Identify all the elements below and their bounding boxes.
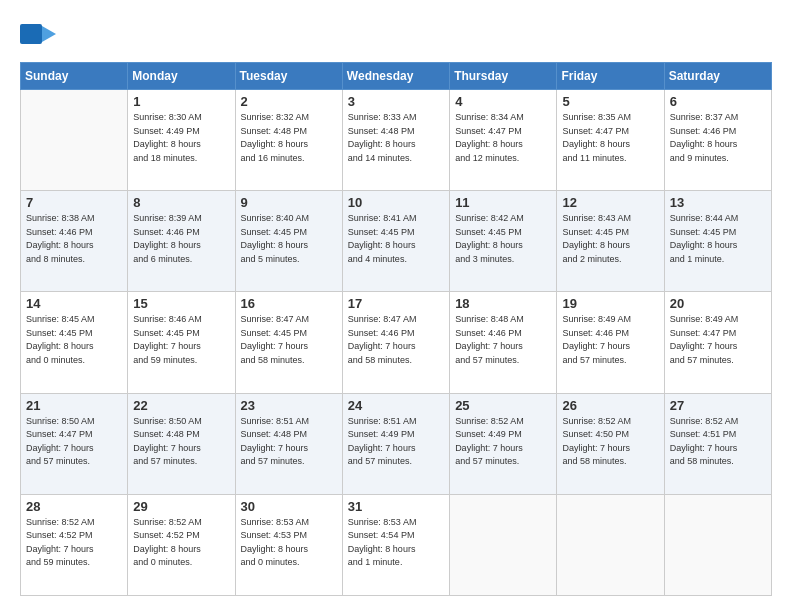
day-number: 7 bbox=[26, 195, 122, 210]
day-detail: Sunrise: 8:51 AMSunset: 4:48 PMDaylight:… bbox=[241, 415, 337, 469]
calendar-day-cell bbox=[664, 494, 771, 595]
day-detail: Sunrise: 8:33 AMSunset: 4:48 PMDaylight:… bbox=[348, 111, 444, 165]
calendar-day-cell: 15Sunrise: 8:46 AMSunset: 4:45 PMDayligh… bbox=[128, 292, 235, 393]
daylight-hours: Daylight: 7 hours bbox=[455, 443, 523, 453]
day-detail: Sunrise: 8:53 AMSunset: 4:53 PMDaylight:… bbox=[241, 516, 337, 570]
day-detail: Sunrise: 8:49 AMSunset: 4:47 PMDaylight:… bbox=[670, 313, 766, 367]
calendar-day-cell: 5Sunrise: 8:35 AMSunset: 4:47 PMDaylight… bbox=[557, 90, 664, 191]
sunrise-time: Sunrise: 8:44 AM bbox=[670, 213, 739, 223]
day-detail-continuation: and 14 minutes. bbox=[348, 153, 412, 163]
calendar-day-cell: 21Sunrise: 8:50 AMSunset: 4:47 PMDayligh… bbox=[21, 393, 128, 494]
day-detail: Sunrise: 8:34 AMSunset: 4:47 PMDaylight:… bbox=[455, 111, 551, 165]
daylight-hours: Daylight: 7 hours bbox=[133, 443, 201, 453]
sunrise-time: Sunrise: 8:41 AM bbox=[348, 213, 417, 223]
calendar-week-row: 28Sunrise: 8:52 AMSunset: 4:52 PMDayligh… bbox=[21, 494, 772, 595]
sunrise-time: Sunrise: 8:40 AM bbox=[241, 213, 310, 223]
calendar-day-cell: 9Sunrise: 8:40 AMSunset: 4:45 PMDaylight… bbox=[235, 191, 342, 292]
daylight-hours: Daylight: 8 hours bbox=[562, 240, 630, 250]
day-number: 30 bbox=[241, 499, 337, 514]
sunrise-time: Sunrise: 8:42 AM bbox=[455, 213, 524, 223]
sunrise-time: Sunrise: 8:50 AM bbox=[133, 416, 202, 426]
daylight-hours: Daylight: 8 hours bbox=[348, 139, 416, 149]
daylight-hours: Daylight: 7 hours bbox=[670, 443, 738, 453]
sunset-time: Sunset: 4:47 PM bbox=[670, 328, 737, 338]
day-detail: Sunrise: 8:30 AMSunset: 4:49 PMDaylight:… bbox=[133, 111, 229, 165]
day-number: 9 bbox=[241, 195, 337, 210]
day-number: 27 bbox=[670, 398, 766, 413]
day-detail-continuation: and 57 minutes. bbox=[241, 456, 305, 466]
weekday-header-cell: Saturday bbox=[664, 63, 771, 90]
day-number: 10 bbox=[348, 195, 444, 210]
day-detail-continuation: and 58 minutes. bbox=[562, 456, 626, 466]
sunrise-time: Sunrise: 8:53 AM bbox=[241, 517, 310, 527]
calendar-day-cell: 19Sunrise: 8:49 AMSunset: 4:46 PMDayligh… bbox=[557, 292, 664, 393]
day-detail: Sunrise: 8:52 AMSunset: 4:50 PMDaylight:… bbox=[562, 415, 658, 469]
day-detail-continuation: and 0 minutes. bbox=[26, 355, 85, 365]
calendar-week-row: 21Sunrise: 8:50 AMSunset: 4:47 PMDayligh… bbox=[21, 393, 772, 494]
day-detail-continuation: and 58 minutes. bbox=[241, 355, 305, 365]
day-number: 6 bbox=[670, 94, 766, 109]
day-number: 23 bbox=[241, 398, 337, 413]
calendar-day-cell: 1Sunrise: 8:30 AMSunset: 4:49 PMDaylight… bbox=[128, 90, 235, 191]
day-detail: Sunrise: 8:49 AMSunset: 4:46 PMDaylight:… bbox=[562, 313, 658, 367]
day-detail: Sunrise: 8:43 AMSunset: 4:45 PMDaylight:… bbox=[562, 212, 658, 266]
svg-rect-0 bbox=[20, 24, 42, 44]
weekday-header-cell: Thursday bbox=[450, 63, 557, 90]
sunrise-time: Sunrise: 8:30 AM bbox=[133, 112, 202, 122]
day-detail: Sunrise: 8:42 AMSunset: 4:45 PMDaylight:… bbox=[455, 212, 551, 266]
day-detail: Sunrise: 8:52 AMSunset: 4:52 PMDaylight:… bbox=[133, 516, 229, 570]
day-number: 22 bbox=[133, 398, 229, 413]
calendar-day-cell: 27Sunrise: 8:52 AMSunset: 4:51 PMDayligh… bbox=[664, 393, 771, 494]
sunset-time: Sunset: 4:48 PM bbox=[241, 126, 308, 136]
sunset-time: Sunset: 4:47 PM bbox=[562, 126, 629, 136]
sunset-time: Sunset: 4:49 PM bbox=[348, 429, 415, 439]
daylight-hours: Daylight: 7 hours bbox=[241, 443, 309, 453]
weekday-header-cell: Monday bbox=[128, 63, 235, 90]
sunset-time: Sunset: 4:46 PM bbox=[348, 328, 415, 338]
day-detail-continuation: and 57 minutes. bbox=[455, 355, 519, 365]
day-number: 31 bbox=[348, 499, 444, 514]
calendar-day-cell: 10Sunrise: 8:41 AMSunset: 4:45 PMDayligh… bbox=[342, 191, 449, 292]
daylight-hours: Daylight: 7 hours bbox=[562, 443, 630, 453]
sunset-time: Sunset: 4:46 PM bbox=[133, 227, 200, 237]
sunrise-time: Sunrise: 8:45 AM bbox=[26, 314, 95, 324]
day-detail-continuation: and 6 minutes. bbox=[133, 254, 192, 264]
sunset-time: Sunset: 4:48 PM bbox=[348, 126, 415, 136]
daylight-hours: Daylight: 7 hours bbox=[241, 341, 309, 351]
day-detail-continuation: and 57 minutes. bbox=[562, 355, 626, 365]
sunrise-time: Sunrise: 8:52 AM bbox=[26, 517, 95, 527]
day-detail-continuation: and 3 minutes. bbox=[455, 254, 514, 264]
calendar-day-cell: 14Sunrise: 8:45 AMSunset: 4:45 PMDayligh… bbox=[21, 292, 128, 393]
day-detail: Sunrise: 8:52 AMSunset: 4:52 PMDaylight:… bbox=[26, 516, 122, 570]
sunrise-time: Sunrise: 8:43 AM bbox=[562, 213, 631, 223]
day-detail-continuation: and 4 minutes. bbox=[348, 254, 407, 264]
sunrise-time: Sunrise: 8:33 AM bbox=[348, 112, 417, 122]
day-number: 28 bbox=[26, 499, 122, 514]
daylight-hours: Daylight: 7 hours bbox=[348, 341, 416, 351]
calendar-day-cell: 22Sunrise: 8:50 AMSunset: 4:48 PMDayligh… bbox=[128, 393, 235, 494]
day-number: 26 bbox=[562, 398, 658, 413]
day-number: 2 bbox=[241, 94, 337, 109]
daylight-hours: Daylight: 7 hours bbox=[133, 341, 201, 351]
day-detail: Sunrise: 8:51 AMSunset: 4:49 PMDaylight:… bbox=[348, 415, 444, 469]
daylight-hours: Daylight: 7 hours bbox=[670, 341, 738, 351]
day-number: 15 bbox=[133, 296, 229, 311]
weekday-header-cell: Friday bbox=[557, 63, 664, 90]
day-detail: Sunrise: 8:35 AMSunset: 4:47 PMDaylight:… bbox=[562, 111, 658, 165]
calendar-day-cell: 11Sunrise: 8:42 AMSunset: 4:45 PMDayligh… bbox=[450, 191, 557, 292]
day-detail: Sunrise: 8:40 AMSunset: 4:45 PMDaylight:… bbox=[241, 212, 337, 266]
daylight-hours: Daylight: 8 hours bbox=[241, 139, 309, 149]
sunset-time: Sunset: 4:48 PM bbox=[241, 429, 308, 439]
sunrise-time: Sunrise: 8:51 AM bbox=[241, 416, 310, 426]
daylight-hours: Daylight: 8 hours bbox=[241, 544, 309, 554]
calendar-day-cell: 7Sunrise: 8:38 AMSunset: 4:46 PMDaylight… bbox=[21, 191, 128, 292]
day-detail-continuation: and 11 minutes. bbox=[562, 153, 626, 163]
daylight-hours: Daylight: 8 hours bbox=[26, 341, 94, 351]
sunset-time: Sunset: 4:49 PM bbox=[455, 429, 522, 439]
sunset-time: Sunset: 4:47 PM bbox=[26, 429, 93, 439]
calendar-day-cell: 8Sunrise: 8:39 AMSunset: 4:46 PMDaylight… bbox=[128, 191, 235, 292]
day-number: 11 bbox=[455, 195, 551, 210]
daylight-hours: Daylight: 8 hours bbox=[26, 240, 94, 250]
sunrise-time: Sunrise: 8:52 AM bbox=[670, 416, 739, 426]
sunrise-time: Sunrise: 8:32 AM bbox=[241, 112, 310, 122]
